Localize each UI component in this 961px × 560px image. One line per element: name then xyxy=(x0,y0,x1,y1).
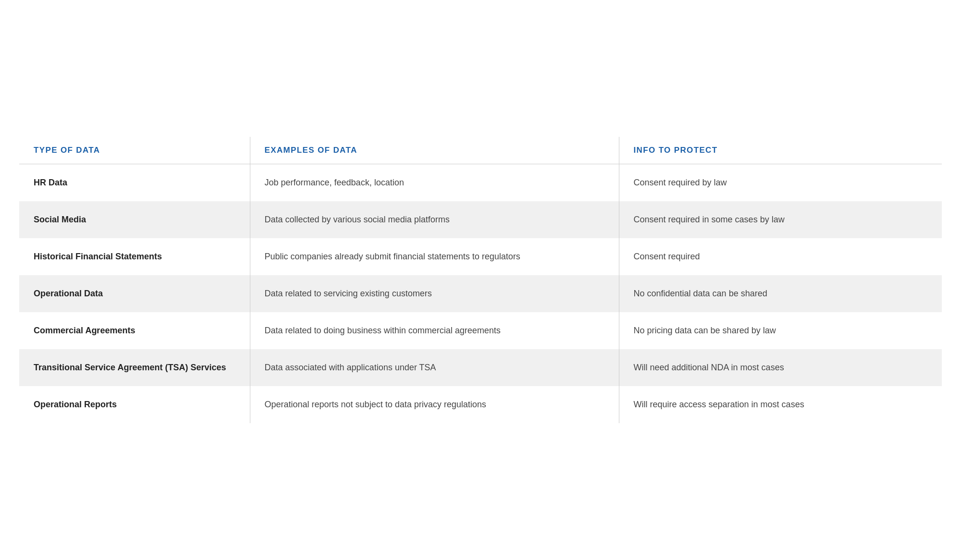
data-table-container: TYPE OF DATA EXAMPLES OF DATA INFO TO PR… xyxy=(19,137,942,423)
cell-type: Social Media xyxy=(19,201,250,238)
cell-info: No pricing data can be shared by law xyxy=(619,312,942,349)
cell-examples: Operational reports not subject to data … xyxy=(250,386,619,423)
cell-examples: Data related to servicing existing custo… xyxy=(250,275,619,312)
table-row: HR DataJob performance, feedback, locati… xyxy=(19,164,942,202)
cell-type: HR Data xyxy=(19,164,250,202)
table-row: Operational ReportsOperational reports n… xyxy=(19,386,942,423)
table-row: Transitional Service Agreement (TSA) Ser… xyxy=(19,349,942,386)
cell-type: Historical Financial Statements xyxy=(19,238,250,275)
cell-info: Consent required in some cases by law xyxy=(619,201,942,238)
cell-info: Will require access separation in most c… xyxy=(619,386,942,423)
table-row: Social MediaData collected by various so… xyxy=(19,201,942,238)
cell-info: Will need additional NDA in most cases xyxy=(619,349,942,386)
header-type: TYPE OF DATA xyxy=(19,137,250,164)
cell-examples: Data associated with applications under … xyxy=(250,349,619,386)
cell-info: No confidential data can be shared xyxy=(619,275,942,312)
data-table: TYPE OF DATA EXAMPLES OF DATA INFO TO PR… xyxy=(19,137,942,423)
table-row: Operational DataData related to servicin… xyxy=(19,275,942,312)
cell-type: Operational Reports xyxy=(19,386,250,423)
cell-info: Consent required by law xyxy=(619,164,942,202)
table-row: Historical Financial StatementsPublic co… xyxy=(19,238,942,275)
table-row: Commercial AgreementsData related to doi… xyxy=(19,312,942,349)
table-header-row: TYPE OF DATA EXAMPLES OF DATA INFO TO PR… xyxy=(19,137,942,164)
header-examples: EXAMPLES OF DATA xyxy=(250,137,619,164)
header-info: INFO TO PROTECT xyxy=(619,137,942,164)
cell-type: Transitional Service Agreement (TSA) Ser… xyxy=(19,349,250,386)
cell-examples: Job performance, feedback, location xyxy=(250,164,619,202)
cell-examples: Data collected by various social media p… xyxy=(250,201,619,238)
cell-examples: Data related to doing business within co… xyxy=(250,312,619,349)
cell-info: Consent required xyxy=(619,238,942,275)
cell-examples: Public companies already submit financia… xyxy=(250,238,619,275)
cell-type: Commercial Agreements xyxy=(19,312,250,349)
cell-type: Operational Data xyxy=(19,275,250,312)
